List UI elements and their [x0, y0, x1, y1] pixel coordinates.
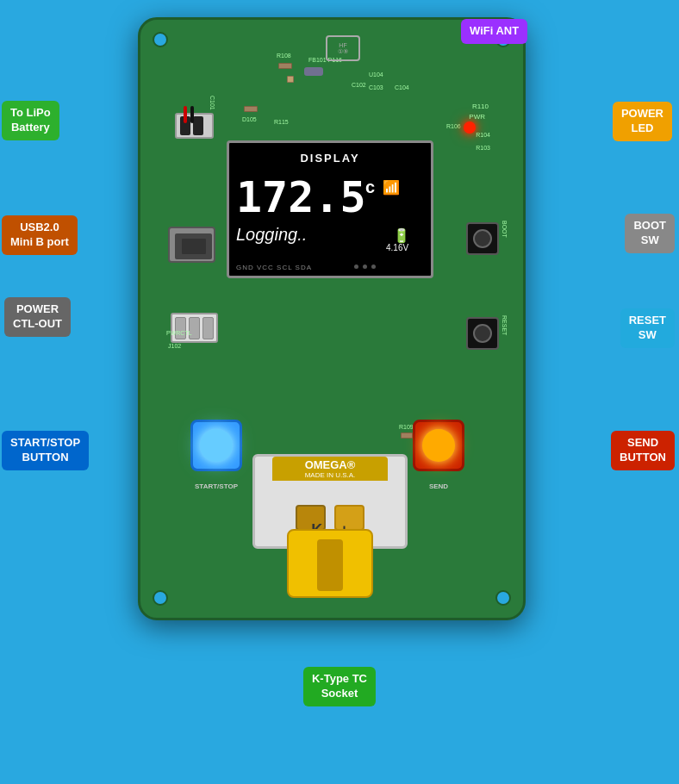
oled-display: DISPLAY 172.5 c 📶 Logging.. 🔋 4.16V GND …: [227, 140, 433, 278]
omega-connector: OMEGA® MADE IN U.S.A. K +: [252, 454, 408, 549]
usb-port: [168, 227, 215, 263]
lipo-battery-callout: To LiPoBattery: [2, 101, 59, 140]
corner-hole-bl: [153, 590, 168, 606]
red-wire: [184, 106, 187, 123]
send-button-callout: SENDBUTTON: [611, 431, 675, 470]
r108-component: [278, 63, 292, 69]
usb-callout: USB2.0Mini B port: [2, 215, 78, 255]
battery-connector: [175, 113, 214, 139]
battery-icon-display: 🔋: [393, 227, 410, 244]
wifi-icon-display: 📶: [383, 179, 400, 196]
corner-hole-br: [495, 590, 511, 606]
omega-brand-text: OMEGA®: [305, 458, 356, 471]
r109-component: [401, 432, 413, 439]
start-stop-pcb-label: START/STOP: [178, 482, 254, 490]
boot-sw-button[interactable]: [466, 222, 499, 255]
start-stop-button[interactable]: [190, 420, 242, 471]
send-button[interactable]: [413, 420, 464, 471]
omega-made-text: MADE IN U.S.A.: [305, 471, 356, 479]
r108-label: R108: [277, 53, 291, 59]
r104-label: R104: [476, 132, 490, 138]
pcb-board: R108 FB101 P116 C102 U104 C103 C104 D105…: [138, 17, 526, 620]
pwrctl-label: PWRCTL: [166, 330, 192, 336]
r103-label: R103: [476, 145, 490, 151]
d105-label: D105: [242, 116, 257, 122]
tc-connector-yellow: [287, 529, 373, 598]
r110-label: R110: [472, 103, 489, 110]
cert-logos: HF①⑨: [326, 35, 360, 61]
display-dots: [354, 264, 376, 269]
display-bottom: GND VCC SCL SDA: [236, 264, 312, 271]
d105-component: [244, 106, 258, 112]
r106-label: R106: [446, 123, 461, 129]
u104-label: U104: [369, 72, 383, 78]
boot-sw-callout: BOOTSW: [625, 214, 675, 253]
boot-pcb-label: BOOT: [501, 221, 508, 238]
r115-label: R115: [274, 119, 289, 125]
c102-label: C102: [352, 82, 366, 88]
display-title-text: DISPLAY: [229, 152, 431, 165]
scene: R108 FB101 P116 C102 U104 C103 C104 D105…: [0, 0, 679, 784]
power-ctl-callout: POWERCTL-OUT: [4, 297, 71, 337]
display-unit: c: [365, 177, 375, 197]
omega-top: OMEGA® MADE IN U.S.A.: [272, 457, 388, 481]
ktype-callout: K-Type TCSocket: [303, 667, 376, 706]
start-stop-glow: [200, 429, 233, 462]
start-stop-callout: START/STOPBUTTON: [2, 431, 89, 470]
reset-pcb-label: RESET: [501, 315, 508, 335]
black-wire: [190, 106, 194, 123]
pwr-label: PWR: [469, 113, 485, 121]
reset-sw-callout: RESETSW: [620, 308, 675, 348]
c101-component: [287, 76, 294, 83]
reset-sw-inner: [473, 324, 492, 343]
display-temperature: 172.5: [236, 176, 366, 219]
send-glow: [422, 429, 455, 462]
j102-label: J102: [168, 343, 181, 349]
boot-sw-inner: [473, 229, 492, 248]
corner-hole-tl: [153, 32, 168, 47]
c101-vert-label: C101: [209, 96, 215, 110]
display-voltage: 4.16V: [386, 243, 408, 252]
power-led-component: [464, 121, 476, 134]
send-pcb-label: SEND: [416, 482, 461, 490]
power-ctl-connector: [171, 313, 218, 343]
reset-sw-button[interactable]: [466, 317, 499, 350]
wifi-ant-callout: WiFi ANT: [461, 19, 527, 44]
usb-inner: [175, 233, 212, 259]
power-led-callout: POWERLED: [613, 102, 672, 141]
c103-label: C103: [369, 84, 383, 90]
fb101-component: [304, 67, 323, 76]
tc-connector-body: [317, 539, 343, 591]
display-logging: Logging..: [236, 225, 307, 245]
c104-label: C104: [395, 84, 409, 90]
